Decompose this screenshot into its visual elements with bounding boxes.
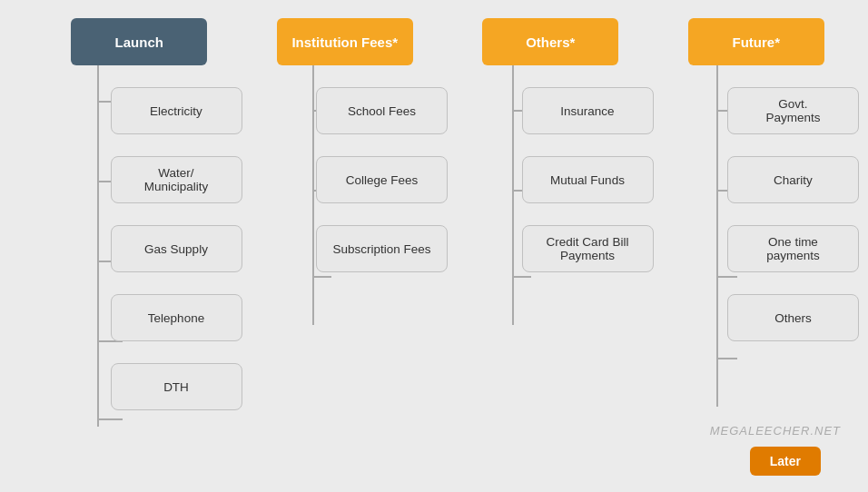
- diagram: Launch Electricity Water/Municipality Ga…: [0, 0, 868, 492]
- watermark: MEGALEECHER.NET: [710, 424, 841, 438]
- item-charity: Charity: [727, 156, 859, 203]
- item-one-time: One timepayments: [727, 225, 859, 272]
- item-insurance: Insurance: [522, 87, 654, 134]
- item-telephone: Telephone: [111, 294, 242, 341]
- later-box: Later: [750, 447, 821, 476]
- header-launch: Launch: [71, 18, 207, 65]
- header-institution: Institution Fees*: [277, 18, 413, 65]
- item-school-fees: School Fees: [316, 87, 448, 134]
- item-others: Others: [727, 294, 859, 341]
- column-future: Future* Govt.Payments Charity One timepa…: [654, 18, 860, 341]
- item-dth: DTH: [111, 363, 242, 410]
- column-others-star: Others* Insurance Mutual Funds Credit Ca…: [448, 18, 654, 272]
- item-govt-payments: Govt.Payments: [727, 87, 859, 134]
- item-mutual-funds: Mutual Funds: [522, 156, 654, 203]
- item-credit-card: Credit Card Bill Payments: [522, 225, 654, 272]
- header-future: Future*: [688, 18, 824, 65]
- column-launch: Launch Electricity Water/Municipality Ga…: [9, 18, 242, 410]
- item-water: Water/Municipality: [111, 156, 242, 203]
- item-subscription-fees: Subscription Fees: [316, 225, 448, 272]
- header-others-star: Others*: [482, 18, 618, 65]
- item-gas-supply: Gas Supply: [111, 225, 242, 272]
- item-college-fees: College Fees: [316, 156, 448, 203]
- item-electricity: Electricity: [111, 87, 242, 134]
- column-institution: Institution Fees* School Fees College Fe…: [242, 18, 449, 272]
